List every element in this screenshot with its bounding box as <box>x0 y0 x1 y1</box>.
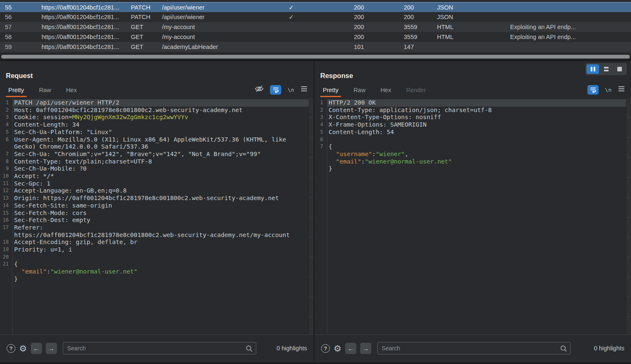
response-editor-scrollbar[interactable] <box>626 98 631 335</box>
highlights-count: 0 highlights <box>594 345 624 352</box>
editor-line: 10Accept: */* <box>0 173 314 180</box>
editor-line: 18Accept-Encoding: gzip, deflate, br <box>0 239 314 246</box>
editor-line: 21{ <box>0 261 314 268</box>
line-number: 9 <box>0 165 12 173</box>
line-number: 7 <box>314 143 326 151</box>
editor-line: 8Content-Type: text/plain;charset=UTF-8 <box>0 158 314 166</box>
search-next-button[interactable]: → <box>360 343 371 354</box>
cell-url: https://0aff001204bcf1c281... <box>42 12 130 22</box>
editor-line: 5Sec-Ch-Ua-Platform: "Linux" <box>0 129 314 136</box>
response-search-bar: ? ⚙ ← → 0 highlights <box>314 335 631 362</box>
line-number: 18 <box>0 239 12 246</box>
table-horizontal-scrollbar[interactable] <box>0 54 631 60</box>
soft-wrap-icon[interactable] <box>587 85 599 95</box>
line-text: Gecko) Chrome/142.0.0.0 Safari/537.36 <box>12 143 148 151</box>
rows-layout-button[interactable] <box>600 64 612 74</box>
line-text: PATCH /api/user/wiener HTTP/2 <box>12 99 119 107</box>
cell-num: 55 <box>5 2 26 12</box>
single-layout-button[interactable] <box>613 64 626 74</box>
help-icon[interactable]: ? <box>7 344 15 353</box>
line-text: Accept: */* <box>12 173 54 180</box>
cell-mime: JSON <box>437 12 491 22</box>
newline-icon[interactable]: \n <box>287 87 294 93</box>
cell-method: GET <box>131 32 161 42</box>
search-next-button[interactable]: → <box>46 343 57 354</box>
line-text: Content-Type: text/plain;charset=UTF-8 <box>12 158 152 166</box>
tab-raw[interactable]: Raw <box>39 87 51 97</box>
editor-line: 4X-Frame-Options: SAMEORIGIN <box>314 121 631 129</box>
highlights-count: 0 highlights <box>277 345 307 352</box>
editor-line: 17Referer: <box>0 224 314 232</box>
request-editor[interactable]: 1PATCH /api/user/wiener HTTP/22Host: 0af… <box>0 98 314 335</box>
editor-line: 12Accept-Language: en-GB,en;q=0.8 <box>0 187 314 195</box>
cell-path: /my-account <box>162 22 282 32</box>
http-history-table[interactable]: 54https://0aff001204bcf1c281...PATCH/api… <box>0 0 631 54</box>
scrollbar-thumb[interactable] <box>1 55 630 59</box>
cell-url: https://0aff001204bcf1c281... <box>42 32 130 42</box>
search-icon <box>560 344 567 354</box>
history-row[interactable]: 56https://0aff001204bcf1c281...PATCH/api… <box>0 12 631 22</box>
line-number: 15 <box>0 210 12 217</box>
cell-length: 200 <box>404 2 437 12</box>
line-text: Priority: u=1, i <box>12 246 72 254</box>
cell-method: PATCH <box>131 12 161 22</box>
columns-layout-button[interactable] <box>587 64 599 74</box>
line-number: 21 <box>0 261 12 268</box>
tab-pretty[interactable]: Pretty <box>323 87 339 97</box>
line-text: Cookie: session=MNy2QjgWgnXm32wZgGmkzc1c… <box>12 114 188 121</box>
line-text: "username":"wiener", <box>326 151 408 158</box>
editor-line: 7{ <box>314 143 631 151</box>
line-number: 3 <box>314 114 326 121</box>
tab-raw[interactable]: Raw <box>354 87 366 97</box>
cell-path: /my-account <box>162 32 282 42</box>
history-row[interactable]: 55https://0aff001204bcf1c281...PATCH/api… <box>0 2 631 12</box>
search-input[interactable] <box>378 345 570 352</box>
edited-check-icon <box>285 42 297 52</box>
line-number: 2 <box>0 107 12 114</box>
line-text: Sec-Fetch-Mode: cors <box>12 210 87 217</box>
cell-url: https://0aff001204bcf1c281... <box>42 22 130 32</box>
search-input[interactable] <box>63 345 256 352</box>
cell-path: /academyLabHeader <box>162 42 282 52</box>
history-row[interactable]: 57https://0aff001204bcf1c281...GET/my-ac… <box>0 22 631 32</box>
search-prev-button[interactable]: ← <box>31 343 42 354</box>
tab-render[interactable]: Render <box>406 87 426 97</box>
line-number: 12 <box>0 187 12 195</box>
settings-gear-icon[interactable]: ⚙ <box>19 344 27 353</box>
line-text: Origin: https://0aff001204bcf1c281978e8c… <box>12 195 279 202</box>
menu-icon[interactable] <box>618 86 625 94</box>
history-row[interactable]: 59https://0aff001204bcf1c281...GET/acade… <box>0 42 631 52</box>
line-text: HTTP/2 200 OK <box>326 99 376 107</box>
menu-icon[interactable] <box>300 86 308 94</box>
line-number <box>0 276 12 283</box>
line-number: 17 <box>0 224 12 232</box>
cell-length: 200 <box>404 12 437 22</box>
tab-pretty[interactable]: Pretty <box>8 87 24 97</box>
line-number: 11 <box>0 180 12 188</box>
line-number: 6 <box>314 136 326 144</box>
editor-line: https://0aff001204bcf1c281978e8c001800c2… <box>0 232 314 239</box>
tab-hex[interactable]: Hex <box>381 87 391 97</box>
settings-gear-icon[interactable]: ⚙ <box>334 344 341 353</box>
request-editor-scrollbar[interactable] <box>309 98 314 335</box>
response-panel: Response PrettyRawHexRender \n 1HTTP/2 2… <box>314 61 631 362</box>
editor-line: } <box>0 276 314 283</box>
newline-icon[interactable]: \n <box>605 87 611 93</box>
search-prev-button[interactable]: ← <box>345 343 356 354</box>
cell-status: 101 <box>354 42 387 52</box>
cell-method: GET <box>131 22 161 32</box>
line-number <box>0 268 12 276</box>
line-text: X-Content-Type-Options: nosniff <box>326 114 441 121</box>
cell-title: Exploiting an API endp... <box>510 32 610 42</box>
cell-mime: HTML <box>437 22 491 32</box>
soft-wrap-icon[interactable] <box>270 85 281 95</box>
help-icon[interactable]: ? <box>321 344 330 353</box>
eye-off-icon[interactable] <box>255 84 264 95</box>
line-number: 3 <box>0 114 12 121</box>
history-row[interactable]: 58https://0aff001204bcf1c281...GET/my-ac… <box>0 32 631 42</box>
request-search-bar: ? ⚙ ← → 0 highlights <box>0 335 314 362</box>
line-text: X-Frame-Options: SAMEORIGIN <box>326 121 427 129</box>
line-number: 7 <box>0 151 12 158</box>
tab-hex[interactable]: Hex <box>66 87 77 97</box>
response-editor[interactable]: 1HTTP/2 200 OK2Content-Type: application… <box>314 98 631 335</box>
